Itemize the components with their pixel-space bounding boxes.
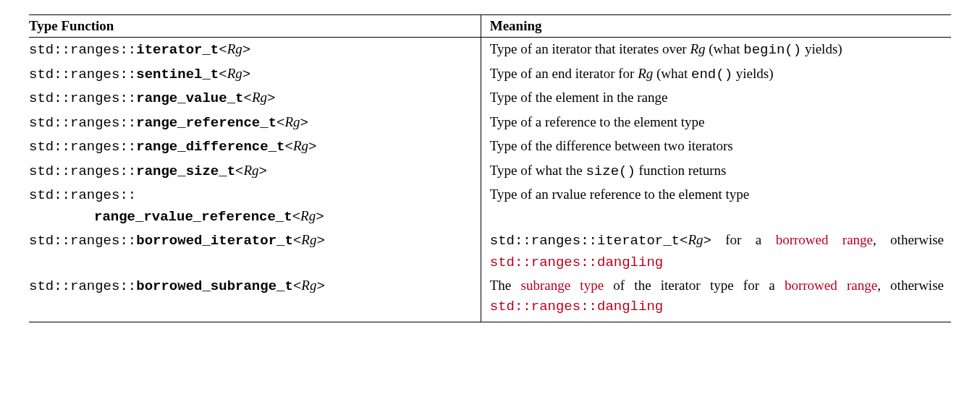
table-row: std::ranges::range_value_t<Rg> Type of t… bbox=[29, 86, 951, 111]
cell-type-function: std::ranges::range_reference_t<Rg> bbox=[29, 111, 481, 135]
cell-type-function: std::ranges::sentinel_t<Rg> bbox=[29, 62, 481, 87]
cell-meaning: Type of a reference to the element type bbox=[481, 111, 951, 135]
table-header-row: Type Function Meaning bbox=[29, 15, 951, 38]
table-row: std::ranges::range_size_t<Rg> Type of wh… bbox=[29, 159, 951, 184]
cell-type-function: std::ranges::range_difference_t<Rg> bbox=[29, 134, 481, 159]
cell-meaning: std::ranges::iterator_t<Rg> for a borrow… bbox=[481, 228, 951, 274]
cell-type-function: std::ranges::borrowed_subrange_t<Rg> bbox=[29, 274, 481, 322]
cell-meaning: Type of an rvalue reference to the eleme… bbox=[481, 183, 951, 228]
table-row: std::ranges::sentinel_t<Rg> Type of an e… bbox=[29, 62, 951, 87]
cell-type-function: std::ranges::borrowed_iterator_t<Rg> bbox=[29, 228, 481, 274]
cell-meaning: The subrange type of the iterator type f… bbox=[481, 274, 951, 322]
cell-meaning: Type of the difference between two itera… bbox=[481, 134, 951, 159]
cell-type-function: std::ranges::iterator_t<Rg> bbox=[29, 38, 481, 62]
cell-meaning: Type of an end iterator for Rg (what end… bbox=[481, 62, 951, 87]
header-type-function: Type Function bbox=[29, 15, 481, 38]
cell-meaning: Type of what the size() function returns bbox=[481, 159, 951, 184]
type-function-table: Type Function Meaning std::ranges::itera… bbox=[29, 14, 951, 322]
cell-type-function: std::ranges::range_size_t<Rg> bbox=[29, 159, 481, 184]
table-row: std::ranges::range_reference_t<Rg> Type … bbox=[29, 111, 951, 135]
table-row: std::ranges:: range_rvalue_reference_t<R… bbox=[29, 183, 951, 228]
cell-meaning: Type of an iterator that iterates over R… bbox=[481, 38, 951, 62]
cell-meaning: Type of the element in the range bbox=[481, 86, 951, 111]
table-row: std::ranges::borrowed_iterator_t<Rg> std… bbox=[29, 228, 951, 274]
cell-type-function: std::ranges:: range_rvalue_reference_t<R… bbox=[29, 183, 481, 228]
header-meaning: Meaning bbox=[481, 15, 951, 38]
cell-type-function: std::ranges::range_value_t<Rg> bbox=[29, 86, 481, 111]
table-row: std::ranges::borrowed_subrange_t<Rg> The… bbox=[29, 274, 951, 322]
table-row: std::ranges::iterator_t<Rg> Type of an i… bbox=[29, 38, 951, 62]
table-row: std::ranges::range_difference_t<Rg> Type… bbox=[29, 134, 951, 159]
